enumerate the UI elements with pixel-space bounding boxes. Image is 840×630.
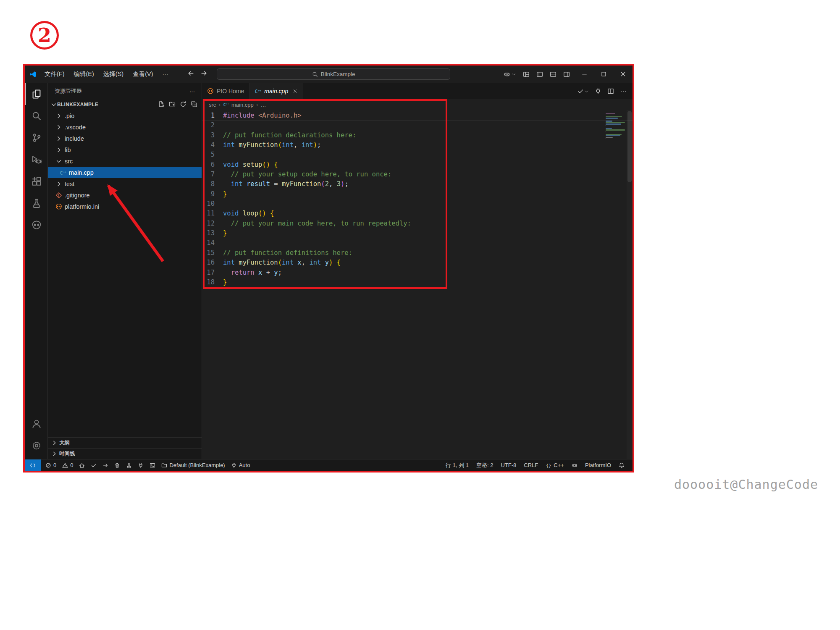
menu-item-0[interactable]: 文件(F) xyxy=(40,68,69,80)
menu-item-2[interactable]: 选择(S) xyxy=(99,68,128,80)
pio-clean-button[interactable] xyxy=(111,459,123,471)
minimize-button[interactable] xyxy=(575,66,594,83)
problems-errors[interactable]: 0 xyxy=(42,459,59,471)
encoding[interactable]: UTF-8 xyxy=(497,459,520,471)
toggle-primary-sidebar-button[interactable] xyxy=(535,70,544,79)
pio-serial-monitor-button[interactable] xyxy=(135,459,147,471)
code-line-9[interactable]: 9} xyxy=(202,189,633,199)
editor-more-actions-button[interactable] xyxy=(620,88,627,94)
remote-indicator[interactable] xyxy=(25,459,41,471)
menu-item-3[interactable]: 查看(V) xyxy=(128,68,158,80)
menu-more-button[interactable]: ··· xyxy=(158,69,173,79)
pio-terminal-button[interactable] xyxy=(147,459,158,471)
code-line-1[interactable]: 1#include <Arduino.h> xyxy=(202,111,633,121)
breadcrumb-item[interactable]: … xyxy=(260,102,266,108)
code-line-5[interactable]: 5 xyxy=(202,150,633,160)
indentation[interactable]: 空格: 2 xyxy=(472,459,497,471)
platformio-status[interactable]: PlatformIO xyxy=(581,459,615,471)
code-line-11[interactable]: 11void loop() { xyxy=(202,209,633,218)
code-line-2[interactable]: 2 xyxy=(202,121,633,130)
code-editor[interactable]: 1#include <Arduino.h>2 3// put function … xyxy=(202,110,633,459)
split-editor-button[interactable] xyxy=(607,88,614,94)
pio-upload-button[interactable] xyxy=(100,459,111,471)
code-line-16[interactable]: 16int myFunction(int x, int y) { xyxy=(202,258,633,268)
copilot-button[interactable] xyxy=(502,70,517,79)
close-icon xyxy=(620,71,626,77)
close-button[interactable] xyxy=(613,66,633,83)
collapse-folders-button[interactable] xyxy=(191,101,197,109)
sidebar-section-0[interactable]: 大纲 xyxy=(48,437,202,448)
tab-main-cpp[interactable]: C++main.cpp xyxy=(249,83,303,99)
explorer-more-button[interactable]: ··· xyxy=(189,88,195,94)
breadcrumb-item[interactable]: src xyxy=(209,102,216,108)
problems-warnings[interactable]: 0 xyxy=(59,459,76,471)
language-mode[interactable]: {}C++ xyxy=(542,459,568,471)
new-file-button[interactable] xyxy=(158,101,165,109)
activity-source-control[interactable] xyxy=(25,127,47,149)
run-task-button[interactable] xyxy=(577,88,589,94)
activity-extensions[interactable] xyxy=(25,171,47,192)
activity-account[interactable] xyxy=(25,413,47,435)
code-line-7[interactable]: 7 // put your setup code here, to run on… xyxy=(202,170,633,179)
sidebar-section-1[interactable]: 时间线 xyxy=(48,448,202,459)
copilot-status[interactable] xyxy=(568,459,581,471)
pio-env-selector[interactable]: Default (BlinkExample) xyxy=(158,459,228,471)
command-center-search[interactable]: BlinkExample xyxy=(217,68,450,80)
collapse-all-icon xyxy=(191,101,197,108)
explorer-section-header[interactable]: BLINKEXAMPLE xyxy=(48,99,202,110)
pio-port-selector[interactable]: Auto xyxy=(228,459,253,471)
tree-item--gitignore[interactable]: .gitignore xyxy=(48,189,202,201)
code-line-18[interactable]: 18} xyxy=(202,278,633,287)
code-line-15[interactable]: 15// put function definitions here: xyxy=(202,248,633,258)
new-folder-button[interactable] xyxy=(169,101,176,109)
tree-item-lib[interactable]: lib xyxy=(48,144,202,155)
tree-item-include[interactable]: include xyxy=(48,133,202,144)
close-tab-button[interactable] xyxy=(293,89,298,94)
breadcrumb[interactable]: src›C++main.cpp›… xyxy=(202,99,633,110)
activity-run-debug[interactable] xyxy=(25,149,47,171)
tree-item--vscode[interactable]: .vscode xyxy=(48,121,202,133)
maximize-button[interactable] xyxy=(594,66,613,83)
code-line-10[interactable]: 10 xyxy=(202,199,633,209)
pio-build-button[interactable] xyxy=(88,459,100,471)
pio-test-button[interactable] xyxy=(123,459,135,471)
editor-scrollbar[interactable] xyxy=(627,110,633,459)
code-line-8[interactable]: 8 int result = myFunction(2, 3); xyxy=(202,179,633,189)
tab-pio-home[interactable]: PIO Home xyxy=(202,83,249,99)
code-line-4[interactable]: 4int myFunction(int, int); xyxy=(202,140,633,150)
activity-test[interactable] xyxy=(25,192,47,214)
tree-item-test[interactable]: test xyxy=(48,178,202,189)
notifications[interactable] xyxy=(615,459,628,471)
activity-settings[interactable] xyxy=(25,435,47,457)
toggle-secondary-sidebar-button[interactable] xyxy=(562,70,571,79)
cursor-position[interactable]: 行 1, 列 1 xyxy=(442,459,472,471)
breadcrumb-item[interactable]: main.cpp xyxy=(231,102,254,108)
code-line-17[interactable]: 17 return x + y; xyxy=(202,268,633,278)
navigate-forward-button[interactable] xyxy=(200,70,207,79)
refresh-explorer-button[interactable] xyxy=(180,101,186,109)
toggle-panel-button[interactable] xyxy=(549,70,558,79)
code-line-14[interactable]: 14 xyxy=(202,238,633,248)
menu-item-1[interactable]: 编辑(E) xyxy=(69,68,99,80)
customize-layout-button[interactable] xyxy=(522,70,531,79)
activity-platformio[interactable] xyxy=(25,214,47,236)
tree-item--pio[interactable]: .pio xyxy=(48,110,202,121)
code-line-3[interactable]: 3// put function declarations here: xyxy=(202,131,633,140)
navigate-back-button[interactable] xyxy=(187,70,194,79)
minimap[interactable] xyxy=(606,113,626,140)
scrollbar-thumb[interactable] xyxy=(627,111,632,182)
code-line-13[interactable]: 13} xyxy=(202,228,633,238)
activity-search[interactable] xyxy=(25,105,47,127)
braces-icon: {} xyxy=(546,462,551,468)
tree-item-main-cpp[interactable]: C++main.cpp xyxy=(48,167,202,178)
line-number: 15 xyxy=(202,248,223,258)
code-line-6[interactable]: 6void setup() { xyxy=(202,160,633,170)
line-number: 4 xyxy=(202,140,223,150)
tree-item-platformio-ini[interactable]: platformio.ini xyxy=(48,201,202,212)
eol-sequence[interactable]: CRLF xyxy=(520,459,542,471)
code-line-12[interactable]: 12 // put your main code here, to run re… xyxy=(202,219,633,228)
pio-upload-button[interactable] xyxy=(595,88,601,94)
pio-home-button[interactable] xyxy=(76,459,88,471)
tree-item-src[interactable]: src xyxy=(48,155,202,167)
activity-explorer[interactable] xyxy=(25,83,47,105)
